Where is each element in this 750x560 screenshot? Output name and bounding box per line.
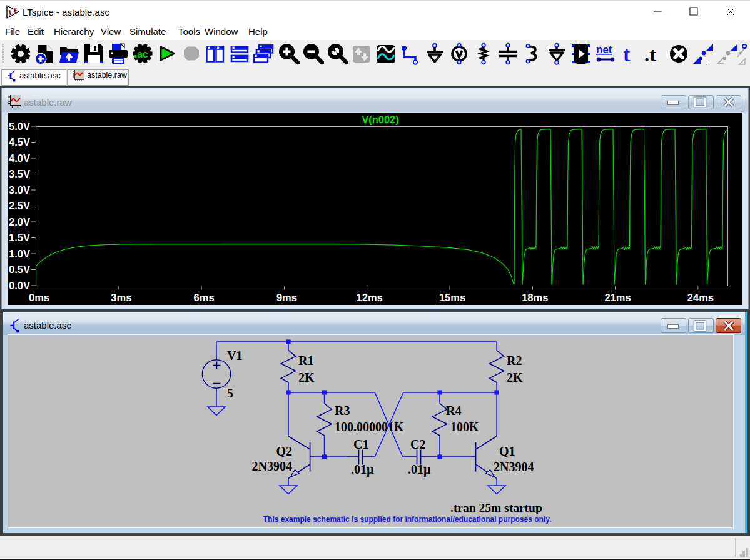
svg-text:3.0V: 3.0V bbox=[9, 184, 30, 196]
svg-text:1.0V: 1.0V bbox=[9, 248, 30, 259]
svg-text:0.0V: 0.0V bbox=[9, 280, 30, 291]
svg-text:Q2: Q2 bbox=[276, 444, 292, 458]
svg-text:0ms: 0ms bbox=[29, 292, 49, 303]
svg-text:Q1: Q1 bbox=[499, 444, 515, 458]
svg-text:3.5V: 3.5V bbox=[9, 168, 30, 179]
svg-text:V(n002): V(n002) bbox=[362, 114, 399, 125]
svg-text:.01µ: .01µ bbox=[351, 462, 374, 477]
svg-text:2K: 2K bbox=[298, 371, 315, 384]
svg-text:4.0V: 4.0V bbox=[9, 152, 30, 164]
svg-text:R2: R2 bbox=[507, 354, 522, 368]
svg-text:21ms: 21ms bbox=[604, 292, 631, 303]
svg-text:C2: C2 bbox=[410, 438, 425, 451]
svg-text:net: net bbox=[596, 44, 612, 56]
svg-text:.01µ: .01µ bbox=[408, 462, 431, 477]
svg-text:2.5V: 2.5V bbox=[9, 200, 30, 211]
svg-text:2K: 2K bbox=[507, 371, 523, 384]
svg-text:2.0V: 2.0V bbox=[9, 216, 30, 228]
svg-text:This example schematic is supp: This example schematic is supplied for i… bbox=[263, 515, 552, 524]
svg-text:.tran 25m startup: .tran 25m startup bbox=[450, 501, 542, 514]
svg-text:2N3904: 2N3904 bbox=[494, 460, 534, 474]
svg-text:9ms: 9ms bbox=[276, 292, 297, 303]
svg-text:t: t bbox=[623, 42, 631, 65]
svg-text:V1: V1 bbox=[227, 349, 242, 362]
svg-text:24ms: 24ms bbox=[687, 292, 714, 303]
svg-text:R3: R3 bbox=[335, 404, 350, 418]
svg-text:100K: 100K bbox=[450, 420, 479, 434]
svg-text:4.5V: 4.5V bbox=[9, 136, 30, 148]
svg-text:R1: R1 bbox=[298, 354, 313, 368]
svg-text:100.000001K: 100.000001K bbox=[335, 420, 404, 434]
svg-text:0.5V: 0.5V bbox=[9, 264, 30, 275]
svg-text:5.0V: 5.0V bbox=[9, 121, 30, 132]
svg-text:1.5V: 1.5V bbox=[9, 232, 30, 243]
svg-text:R4: R4 bbox=[446, 404, 461, 418]
svg-text:6ms: 6ms bbox=[194, 292, 215, 303]
svg-text:18ms: 18ms bbox=[522, 292, 548, 303]
svg-text:12ms: 12ms bbox=[357, 292, 383, 303]
svg-text:3ms: 3ms bbox=[111, 292, 131, 303]
svg-text:2N3904: 2N3904 bbox=[252, 459, 292, 473]
svg-text:.ac: .ac bbox=[134, 49, 148, 59]
svg-text:5: 5 bbox=[227, 386, 233, 400]
svg-text:15ms: 15ms bbox=[439, 292, 465, 303]
svg-text:.t: .t bbox=[644, 43, 656, 65]
svg-text:C1: C1 bbox=[353, 438, 368, 451]
